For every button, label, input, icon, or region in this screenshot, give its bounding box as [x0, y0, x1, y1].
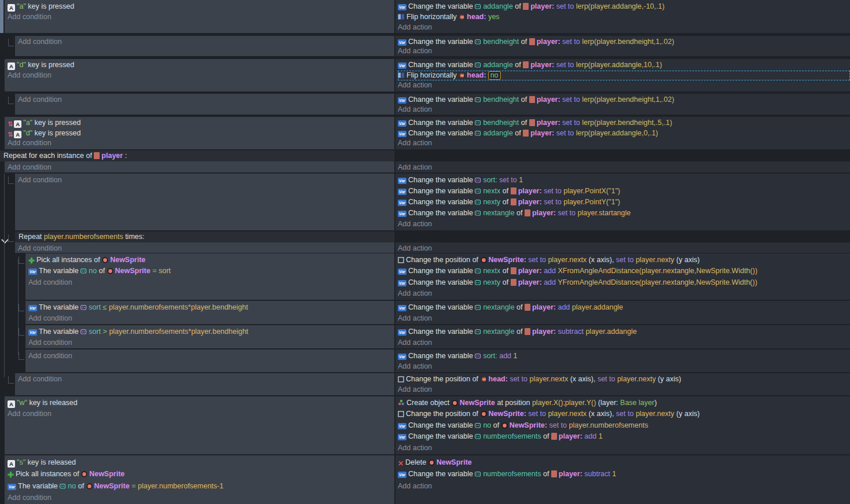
add-action-link[interactable]: Add action — [398, 337, 850, 348]
conditions-column: Add condition — [15, 94, 394, 115]
add-action-link[interactable]: Add action — [398, 80, 850, 91]
text-segment: Add action — [398, 139, 432, 147]
text-segment: NewSprite: — [489, 256, 526, 264]
add-action-link[interactable]: Add action — [398, 443, 850, 454]
text-segment: of — [515, 303, 525, 311]
events-sheet: A"a" key is pressedAdd conditionVarChang… — [0, 0, 850, 504]
add-action-link[interactable]: Add action — [398, 313, 850, 324]
action-row[interactable]: VarChange the variable no of NewSprite: … — [398, 420, 850, 431]
text-segment: 1 — [514, 352, 518, 360]
action-row[interactable]: Flip horizontally head: yes — [398, 12, 850, 22]
player-icon — [523, 61, 529, 68]
object-variable-icon — [475, 278, 481, 289]
action-row[interactable]: ✕Delete NewSprite — [398, 457, 850, 468]
text-segment: bendheight — [483, 95, 519, 104]
text-segment: player: — [530, 129, 554, 137]
add-action-link[interactable]: Add action — [398, 46, 850, 56]
text-segment: player: — [518, 278, 542, 286]
add-action-link[interactable]: Add action — [398, 163, 850, 172]
text-segment: head: — [489, 375, 508, 383]
text-segment: Change the variable — [408, 278, 475, 286]
action-row[interactable]: VarChange the variable bendheight of pla… — [398, 118, 850, 128]
text-segment: set to — [542, 187, 564, 195]
conditions-column: VarThe variable sort ≤ player.numberofse… — [25, 301, 394, 324]
chevron-down-icon[interactable] — [1, 236, 9, 244]
text-segment: lerp(player.bendheight,1,.02) — [582, 38, 674, 46]
parameter-value[interactable]: no — [488, 71, 501, 80]
condition-row[interactable]: VarThe variable no of NewSprite = player… — [8, 480, 394, 492]
text-segment: key is pressed — [26, 2, 74, 10]
add-condition-link[interactable]: Add condition — [18, 244, 394, 253]
add-action-link[interactable]: Add action — [398, 480, 850, 492]
add-condition-link[interactable]: Add condition — [8, 138, 394, 149]
add-action-link[interactable]: Add action — [398, 244, 850, 253]
condition-row[interactable]: VarThe variable no of NewSprite = sort — [28, 266, 394, 277]
add-action-link[interactable]: Add action — [398, 22, 850, 32]
add-condition-link[interactable]: Add condition — [18, 95, 394, 105]
add-action-link[interactable]: Add action — [398, 105, 850, 115]
add-condition-link[interactable]: Add condition — [8, 163, 394, 172]
add-condition-link[interactable]: Add condition — [8, 71, 394, 81]
action-row[interactable]: VarChange the variable nextx of player: … — [398, 186, 850, 197]
action-row[interactable]: VarChange the variable numberofsements o… — [398, 468, 850, 480]
add-condition-link[interactable]: Add condition — [18, 175, 394, 186]
action-row[interactable]: VarChange the variable addangle of playe… — [398, 128, 850, 139]
condition-row[interactable]: A"d" key is pressed — [8, 60, 394, 71]
action-row[interactable]: Create object NewSprite at position play… — [398, 398, 850, 409]
action-row[interactable]: VarChange the variable nextangle of play… — [398, 326, 850, 337]
object-variable-icon — [60, 481, 66, 493]
text-segment: XFromAngleAndDistance(player.nextangle,N… — [558, 267, 757, 275]
text-segment: Repeat — [19, 233, 44, 241]
action-row[interactable]: VarChange the variable sort: set to 1 — [398, 175, 850, 186]
text-segment: Flip horizontally — [406, 13, 459, 21]
condition-row[interactable]: ⇅A"d" key is pressed — [8, 128, 394, 139]
action-row[interactable]: VarChange the variable nexty of player: … — [398, 277, 850, 288]
add-condition-link[interactable]: Add condition — [28, 351, 394, 361]
scene-variable-icon — [80, 303, 87, 314]
text-segment: set to — [542, 198, 564, 206]
action-row[interactable]: Change the position of head: set to play… — [398, 374, 850, 385]
condition-row[interactable]: ⇅A"a" key is pressed — [8, 118, 394, 128]
action-row[interactable]: VarChange the variable addangle of playe… — [398, 1, 850, 12]
action-row[interactable]: VarChange the variable bendheight of pla… — [398, 95, 850, 105]
condition-row[interactable]: VarThe variable sort ≤ player.numberofse… — [28, 302, 394, 313]
text-segment: Change the variable — [408, 303, 475, 311]
conditions-column: VarThe variable sort > player.numberofse… — [25, 325, 394, 348]
add-action-link[interactable]: Add action — [398, 361, 850, 371]
add-condition-link[interactable]: Add condition — [28, 313, 394, 324]
action-row[interactable]: VarChange the variable numberofsements o… — [398, 431, 850, 442]
action-row[interactable]: Change the position of NewSprite: set to… — [398, 255, 850, 266]
condition-row[interactable]: A"a" key is pressed — [8, 1, 394, 12]
add-condition-link[interactable]: Add condition — [18, 374, 394, 385]
text-segment: Add condition — [28, 314, 72, 322]
event-header[interactable]: Repeat player.numberofsements times: — [15, 231, 394, 242]
add-action-link[interactable]: Add action — [398, 138, 850, 149]
action-row[interactable]: VarChange the variable nextx of player: … — [398, 266, 850, 277]
add-condition-link[interactable]: Add condition — [8, 12, 394, 22]
action-row[interactable]: VarChange the variable nexty of player: … — [398, 197, 850, 208]
condition-row[interactable]: A"w" key is released — [8, 398, 394, 409]
action-row[interactable]: Change the position of NewSprite: set to… — [398, 409, 850, 420]
add-condition-link[interactable]: Add condition — [8, 409, 394, 420]
condition-row[interactable]: VarThe variable sort > player.numberofse… — [28, 326, 394, 337]
text-segment: set to — [526, 410, 548, 418]
event-header[interactable]: Repeat for each instance of player : — [0, 150, 394, 161]
action-row[interactable]: VarChange the variable sort: add 1 — [398, 351, 850, 361]
action-row[interactable]: VarChange the variable addangle of playe… — [398, 60, 850, 71]
action-row[interactable]: VarChange the variable nextangle of play… — [398, 208, 850, 219]
condition-row[interactable]: ✚Pick all instances of NewSprite — [28, 255, 394, 266]
add-condition-link[interactable]: Add condition — [8, 492, 394, 503]
add-action-link[interactable]: Add action — [398, 385, 850, 395]
action-row[interactable]: VarChange the variable nextangle of play… — [398, 302, 850, 313]
action-row[interactable]: Flip horizontally head:no — [398, 71, 850, 81]
add-action-link[interactable]: Add action — [398, 219, 850, 230]
text-segment: Add condition — [8, 494, 52, 502]
condition-row[interactable]: A"s" key is released — [8, 457, 394, 468]
add-condition-link[interactable]: Add condition — [28, 277, 394, 288]
add-condition-link[interactable]: Add condition — [18, 37, 394, 46]
add-condition-link[interactable]: Add condition — [28, 337, 394, 348]
condition-row[interactable]: ✚Pick all instances of NewSprite — [8, 468, 394, 480]
action-row[interactable]: VarChange the variable bendheight of pla… — [398, 37, 850, 46]
add-action-link[interactable]: Add action — [398, 288, 850, 299]
tree-guide-line — [4, 174, 5, 377]
